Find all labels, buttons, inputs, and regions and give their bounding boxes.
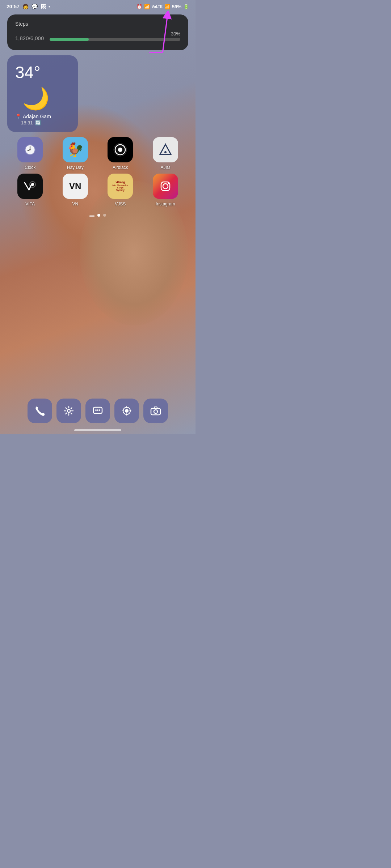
- page-lines-indicator: [89, 214, 94, 217]
- status-right: ⏰ 📶 VoLTE 📶 59% 🔋: [136, 4, 189, 9]
- battery-percent: 59%: [172, 4, 181, 9]
- svg-point-34: [154, 410, 157, 413]
- moon-icon: 🌙: [22, 86, 70, 111]
- app-item-clock[interactable]: Clock: [9, 137, 52, 170]
- volte-label: VoLTE: [152, 5, 163, 9]
- whatsapp-icon: 💬: [31, 4, 38, 9]
- vita-app-label: VITA: [25, 201, 35, 207]
- battery-icon: 🔋: [183, 4, 189, 9]
- clock-app-label: Clock: [25, 165, 35, 170]
- vn-app-label: VN: [72, 201, 78, 207]
- steps-percent: 30%: [50, 31, 180, 37]
- steps-widget[interactable]: Steps 1,820/6,000 30%: [7, 14, 188, 50]
- main-content: Steps 1,820/6,000 30% 34° 🌙 📍 Adajan Gam…: [0, 12, 196, 217]
- dock-bixby[interactable]: [114, 399, 139, 423]
- app-item-hayday[interactable]: 🐓 Hay Day: [54, 137, 97, 170]
- app-item-instagram[interactable]: Instagram: [144, 174, 187, 207]
- gallery-icon: 🖼: [41, 4, 46, 9]
- svg-point-21: [168, 183, 169, 184]
- home-bar: [74, 429, 121, 431]
- instagram-app-icon: [153, 174, 178, 199]
- steps-progress-container: 30%: [50, 31, 180, 41]
- vn-app-icon: VN: [63, 174, 88, 199]
- wifi-icon: 📶: [144, 4, 150, 9]
- person-icon: 🧑: [22, 4, 29, 9]
- app-item-airblack[interactable]: Airblack: [99, 137, 142, 170]
- steps-title: Steps: [15, 21, 180, 27]
- vn-text: VN: [69, 181, 81, 191]
- airblack-app-label: Airblack: [113, 165, 128, 170]
- ajio-app-label: AJIO: [160, 165, 170, 170]
- steps-row: 1,820/6,000 30%: [15, 29, 180, 43]
- svg-point-25: [97, 409, 98, 411]
- hayday-app-icon: 🐓: [63, 137, 88, 162]
- progress-bar-background: [50, 38, 180, 41]
- vjss-app-label: VJSS: [115, 201, 126, 207]
- hayday-app-label: Hay Day: [67, 165, 84, 170]
- status-bar: 20:57 🧑 💬 🖼 ● ⏰ 📶 VoLTE 📶 59% 🔋: [0, 0, 196, 12]
- progress-bar-fill: [50, 38, 89, 41]
- app-item-vn[interactable]: VN VN: [54, 174, 97, 207]
- steps-current: 1,820: [15, 35, 29, 41]
- steps-goal: /6,000: [29, 35, 44, 41]
- app-grid: Clock 🐓 Hay Day Airblack: [7, 137, 188, 207]
- ajio-app-icon: [153, 137, 178, 162]
- svg-point-26: [99, 409, 100, 411]
- signal-icon: 📶: [164, 4, 170, 9]
- location-pin-icon: 📍: [15, 114, 21, 119]
- dock-phone[interactable]: [28, 399, 52, 423]
- weather-location-name: Adajan Gam: [23, 114, 51, 119]
- weather-widget[interactable]: 34° 🌙 📍 Adajan Gam 18:31 🔄: [7, 55, 78, 132]
- airblack-app-icon: [108, 137, 133, 162]
- steps-count: 1,820/6,000: [15, 29, 44, 43]
- vita-app-icon: [17, 174, 43, 199]
- page-indicators: [7, 214, 188, 217]
- weather-temperature: 34°: [15, 63, 70, 82]
- status-left: 20:57 🧑 💬 🖼 ●: [7, 4, 50, 9]
- dock-camera[interactable]: [143, 399, 168, 423]
- vjss-app-icon: vitraag Jain Shvetambar Sangh Sydney: [108, 174, 133, 199]
- svg-point-24: [95, 409, 97, 411]
- instagram-app-label: Instagram: [156, 201, 175, 207]
- clock-app-icon: [17, 137, 43, 162]
- svg-point-20: [163, 184, 168, 189]
- dock-settings[interactable]: [56, 399, 81, 423]
- weather-time: 18:31 🔄: [21, 120, 70, 125]
- time-display: 20:57: [7, 4, 20, 9]
- svg-point-7: [29, 149, 31, 150]
- page-dot-inactive[interactable]: [103, 214, 106, 217]
- page-dot-active[interactable]: [97, 214, 100, 217]
- refresh-icon: 🔄: [35, 120, 41, 125]
- app-item-ajio[interactable]: AJIO: [144, 137, 187, 170]
- weather-time-value: 18:31: [21, 120, 33, 125]
- app-item-vjss[interactable]: vitraag Jain Shvetambar Sangh Sydney VJS…: [99, 174, 142, 207]
- svg-point-28: [125, 409, 129, 413]
- svg-rect-33: [151, 408, 160, 415]
- svg-point-22: [67, 409, 70, 412]
- notification-dot: ●: [49, 5, 50, 8]
- dock-messages[interactable]: [85, 399, 110, 423]
- weather-location: 📍 Adajan Gam: [15, 114, 70, 119]
- app-item-vita[interactable]: VITA: [9, 174, 52, 207]
- alarm-icon: ⏰: [136, 4, 142, 9]
- dock: [0, 399, 196, 423]
- svg-point-10: [118, 148, 122, 152]
- svg-point-13: [164, 151, 167, 153]
